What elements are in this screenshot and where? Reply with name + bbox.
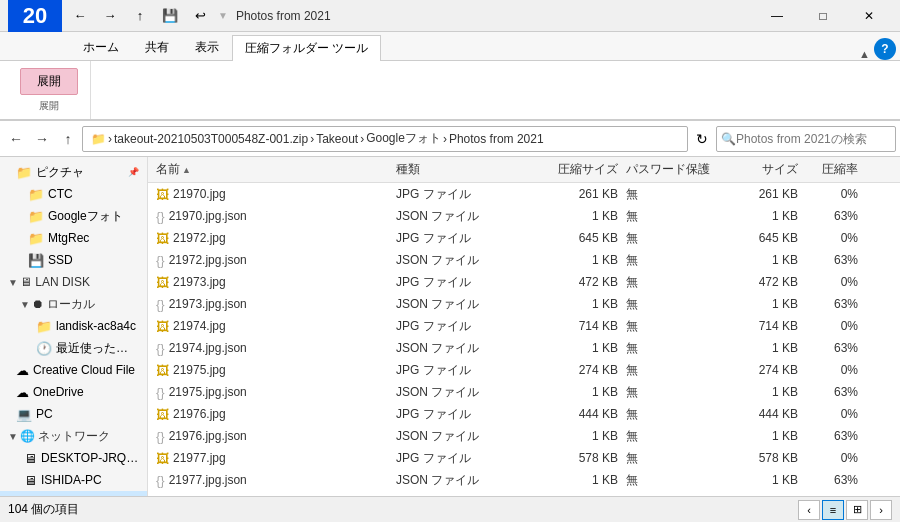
table-row[interactable]: {} 21977.jpg.json JSON ファイル 1 KB 無 1 KB … bbox=[148, 469, 900, 491]
cell-password: 無 bbox=[622, 450, 722, 467]
sidebar-item-pictures[interactable]: 📁 ピクチャ 📌 bbox=[0, 161, 147, 183]
folder-icon-ctc: 📁 bbox=[28, 187, 44, 202]
sidebar-item-pc[interactable]: 💻 PC bbox=[0, 403, 147, 425]
cell-name: 🖼 21970.jpg bbox=[152, 187, 392, 202]
tab-compress-tools[interactable]: 圧縮フォルダー ツール bbox=[232, 35, 381, 61]
save-button[interactable]: 💾 bbox=[156, 2, 184, 30]
ribbon-tabs: ホーム 共有 表示 圧縮フォルダー ツール ▲ ? bbox=[0, 32, 900, 60]
col-header-ratio[interactable]: 圧縮率 bbox=[802, 161, 862, 178]
col-ratio-label: 圧縮率 bbox=[822, 161, 858, 178]
file-icon: {} bbox=[156, 209, 165, 224]
undo-button[interactable]: ↩ bbox=[186, 2, 214, 30]
nav-prev-button[interactable]: ‹ bbox=[798, 500, 820, 520]
table-row[interactable]: 🖼 21977.jpg JPG ファイル 578 KB 無 578 KB 0% bbox=[148, 447, 900, 469]
sidebar-item-ctc[interactable]: 📁 CTC bbox=[0, 183, 147, 205]
file-icon: {} bbox=[156, 429, 165, 444]
sidebar-item-ishida[interactable]: 🖥 ISHIDA-PC bbox=[0, 469, 147, 491]
sidebar-item-landisk2[interactable]: 🖥 landisk-ac8a4c bbox=[0, 491, 147, 496]
nav-back-button[interactable]: ← bbox=[4, 127, 28, 151]
sidebar-label-ctc: CTC bbox=[48, 187, 73, 201]
cell-password: 無 bbox=[622, 252, 722, 269]
tab-share[interactable]: 共有 bbox=[132, 34, 182, 60]
table-row[interactable]: 🖼 21972.jpg JPG ファイル 645 KB 無 645 KB 0% bbox=[148, 227, 900, 249]
cell-password: 無 bbox=[622, 296, 722, 313]
details-view-button[interactable]: ⊞ bbox=[846, 500, 868, 520]
sidebar-item-landisk1[interactable]: 📁 landisk-ac8a4c bbox=[0, 315, 147, 337]
address-segment-takeout: Takeout bbox=[316, 132, 358, 146]
sidebar-label-ishida: ISHIDA-PC bbox=[41, 473, 102, 487]
search-box[interactable]: 🔍 bbox=[716, 126, 896, 152]
table-row[interactable]: 🖼 21975.jpg JPG ファイル 274 KB 無 274 KB 0% bbox=[148, 359, 900, 381]
minimize-button[interactable]: — bbox=[754, 0, 800, 32]
nav-forward-button[interactable]: → bbox=[30, 127, 54, 151]
sidebar-label-cc: Creative Cloud File bbox=[33, 363, 135, 377]
table-row[interactable]: {} 21976.jpg.json JSON ファイル 1 KB 無 1 KB … bbox=[148, 425, 900, 447]
forward-button[interactable]: → bbox=[96, 2, 124, 30]
cell-password: 無 bbox=[622, 208, 722, 225]
tab-view[interactable]: 表示 bbox=[182, 34, 232, 60]
nav-next-button[interactable]: › bbox=[870, 500, 892, 520]
cell-compressed-size: 1 KB bbox=[522, 385, 622, 399]
table-row[interactable]: {} 21973.jpg.json JSON ファイル 1 KB 無 1 KB … bbox=[148, 293, 900, 315]
extract-section-label: 展開 bbox=[39, 99, 59, 113]
up-button[interactable]: ↑ bbox=[126, 2, 154, 30]
cell-size: 1 KB bbox=[722, 341, 802, 355]
cell-ratio: 0% bbox=[802, 407, 862, 421]
table-row[interactable]: 🖼 21978.jpg JPG ファイル 647 KB 無 647 KB 0% bbox=[148, 491, 900, 496]
sidebar-label-mtg: MtgRec bbox=[48, 231, 89, 245]
cell-size: 645 KB bbox=[722, 231, 802, 245]
list-view-button[interactable]: ≡ bbox=[822, 500, 844, 520]
close-button[interactable]: ✕ bbox=[846, 0, 892, 32]
item-count: 104 個の項目 bbox=[8, 501, 79, 518]
table-row[interactable]: {} 21975.jpg.json JSON ファイル 1 KB 無 1 KB … bbox=[148, 381, 900, 403]
sidebar-item-onedrive[interactable]: ☁ OneDrive bbox=[0, 381, 147, 403]
back-button[interactable]: ← bbox=[66, 2, 94, 30]
address-box[interactable]: 📁 › takeout-20210503T000548Z-001.zip › T… bbox=[82, 126, 688, 152]
file-icon: 🖼 bbox=[156, 363, 169, 378]
sidebar-header-lan[interactable]: ▼ 🖥 LAN DISK bbox=[0, 271, 147, 293]
search-input[interactable] bbox=[736, 132, 891, 146]
sidebar-item-desktop[interactable]: 🖥 DESKTOP-JRQTM bbox=[0, 447, 147, 469]
cell-type: JSON ファイル bbox=[392, 472, 522, 489]
help-button[interactable]: ? bbox=[874, 38, 896, 60]
cell-size: 1 KB bbox=[722, 209, 802, 223]
maximize-button[interactable]: □ bbox=[800, 0, 846, 32]
sidebar-item-creative-cloud[interactable]: ☁ Creative Cloud File bbox=[0, 359, 147, 381]
table-row[interactable]: 🖼 21970.jpg JPG ファイル 261 KB 無 261 KB 0% bbox=[148, 183, 900, 205]
cell-name: 🖼 21973.jpg bbox=[152, 275, 392, 290]
table-row[interactable]: {} 21970.jpg.json JSON ファイル 1 KB 無 1 KB … bbox=[148, 205, 900, 227]
cell-name: {} 21975.jpg.json bbox=[152, 385, 392, 400]
file-name-text: 21974.jpg bbox=[173, 319, 226, 333]
cell-type: JSON ファイル bbox=[392, 384, 522, 401]
table-row[interactable]: {} 21972.jpg.json JSON ファイル 1 KB 無 1 KB … bbox=[148, 249, 900, 271]
cell-ratio: 63% bbox=[802, 253, 862, 267]
table-row[interactable]: 🖼 21976.jpg JPG ファイル 444 KB 無 444 KB 0% bbox=[148, 403, 900, 425]
col-header-name[interactable]: 名前 ▲ bbox=[152, 161, 392, 178]
cell-name: {} 21974.jpg.json bbox=[152, 341, 392, 356]
col-header-compressed[interactable]: 圧縮サイズ bbox=[522, 161, 622, 178]
cell-ratio: 0% bbox=[802, 495, 862, 496]
sidebar-item-ssd[interactable]: 💾 SSD bbox=[0, 249, 147, 271]
sidebar-item-recent[interactable]: 🕐 最近使った保存: bbox=[0, 337, 147, 359]
ribbon-collapse-button[interactable]: ▲ bbox=[859, 48, 870, 60]
col-header-password[interactable]: パスワード保護 bbox=[622, 161, 722, 178]
nav-up-button[interactable]: ↑ bbox=[56, 127, 80, 151]
sidebar-item-google-photos[interactable]: 📁 Googleフォト bbox=[0, 205, 147, 227]
sidebar-item-mtgrec[interactable]: 📁 MtgRec bbox=[0, 227, 147, 249]
cell-ratio: 63% bbox=[802, 341, 862, 355]
ribbon: ホーム 共有 表示 圧縮フォルダー ツール ▲ ? 展開 展開 bbox=[0, 32, 900, 121]
sidebar-header-network[interactable]: ▼ 🌐 ネットワーク bbox=[0, 425, 147, 447]
table-row[interactable]: 🖼 21973.jpg JPG ファイル 472 KB 無 472 KB 0% bbox=[148, 271, 900, 293]
sidebar-header-local[interactable]: ▼ ⏺ ローカル bbox=[0, 293, 147, 315]
col-header-size[interactable]: サイズ bbox=[722, 161, 802, 178]
search-icon: 🔍 bbox=[721, 132, 736, 146]
refresh-button[interactable]: ↻ bbox=[690, 127, 714, 151]
tab-home[interactable]: ホーム bbox=[70, 34, 132, 60]
table-row[interactable]: {} 21974.jpg.json JSON ファイル 1 KB 無 1 KB … bbox=[148, 337, 900, 359]
cell-type: JPG ファイル bbox=[392, 362, 522, 379]
cell-password: 無 bbox=[622, 274, 722, 291]
col-header-type[interactable]: 種類 bbox=[392, 161, 522, 178]
table-row[interactable]: 🖼 21974.jpg JPG ファイル 714 KB 無 714 KB 0% bbox=[148, 315, 900, 337]
extract-button[interactable]: 展開 bbox=[20, 68, 78, 95]
app-icon: 20 bbox=[8, 0, 62, 32]
